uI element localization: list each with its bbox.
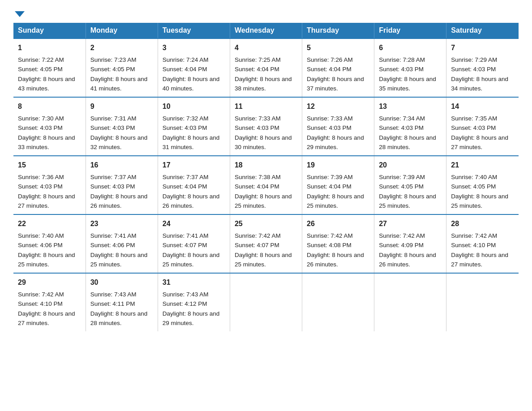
calendar-cell: 13 Sunrise: 7:34 AMSunset: 4:03 PMDaylig… <box>374 97 446 156</box>
day-number: 9 <box>90 101 153 112</box>
calendar-cell: 23 Sunrise: 7:41 AMSunset: 4:06 PMDaylig… <box>86 214 158 273</box>
day-info: Sunrise: 7:43 AMSunset: 4:11 PMDaylight:… <box>90 291 148 326</box>
day-info: Sunrise: 7:42 AMSunset: 4:09 PMDaylight:… <box>379 232 436 268</box>
calendar-week-row: 1 Sunrise: 7:22 AMSunset: 4:05 PMDayligh… <box>13 39 519 97</box>
day-info: Sunrise: 7:38 AMSunset: 4:04 PMDaylight:… <box>235 174 292 209</box>
calendar-week-row: 29 Sunrise: 7:42 AMSunset: 4:10 PMDaylig… <box>13 273 519 331</box>
day-info: Sunrise: 7:37 AMSunset: 4:03 PMDaylight:… <box>90 174 148 209</box>
day-info: Sunrise: 7:29 AMSunset: 4:03 PMDaylight:… <box>451 56 508 92</box>
day-info: Sunrise: 7:30 AMSunset: 4:03 PMDaylight:… <box>18 115 75 150</box>
day-number: 29 <box>18 277 81 288</box>
day-number: 19 <box>307 160 369 171</box>
calendar-cell: 29 Sunrise: 7:42 AMSunset: 4:10 PMDaylig… <box>13 273 86 331</box>
day-of-week-friday: Friday <box>374 23 446 39</box>
logo <box>13 9 25 14</box>
day-number: 20 <box>379 160 442 171</box>
calendar-cell: 24 Sunrise: 7:41 AMSunset: 4:07 PMDaylig… <box>158 214 230 273</box>
day-number: 22 <box>18 218 81 229</box>
day-of-week-saturday: Saturday <box>446 23 519 39</box>
calendar-cell <box>302 273 374 331</box>
day-number: 28 <box>451 218 514 229</box>
day-of-week-tuesday: Tuesday <box>158 23 230 39</box>
day-number: 26 <box>307 218 369 229</box>
day-info: Sunrise: 7:23 AMSunset: 4:05 PMDaylight:… <box>90 56 148 92</box>
calendar-cell: 14 Sunrise: 7:35 AMSunset: 4:03 PMDaylig… <box>446 97 519 156</box>
day-number: 3 <box>163 43 225 53</box>
calendar-cell: 15 Sunrise: 7:36 AMSunset: 4:03 PMDaylig… <box>13 156 86 214</box>
day-number: 18 <box>235 160 297 171</box>
calendar-body: 1 Sunrise: 7:22 AMSunset: 4:05 PMDayligh… <box>13 39 519 331</box>
day-number: 15 <box>18 160 81 171</box>
calendar-cell: 25 Sunrise: 7:42 AMSunset: 4:07 PMDaylig… <box>230 214 302 273</box>
day-info: Sunrise: 7:43 AMSunset: 4:12 PMDaylight:… <box>163 291 220 326</box>
day-info: Sunrise: 7:42 AMSunset: 4:08 PMDaylight:… <box>307 232 364 268</box>
day-number: 2 <box>90 43 153 53</box>
day-info: Sunrise: 7:33 AMSunset: 4:03 PMDaylight:… <box>307 115 364 150</box>
calendar-cell: 21 Sunrise: 7:40 AMSunset: 4:05 PMDaylig… <box>446 156 519 214</box>
day-of-week-sunday: Sunday <box>13 23 86 39</box>
day-info: Sunrise: 7:42 AMSunset: 4:07 PMDaylight:… <box>235 232 292 268</box>
calendar-cell: 28 Sunrise: 7:42 AMSunset: 4:10 PMDaylig… <box>446 214 519 273</box>
calendar-week-row: 15 Sunrise: 7:36 AMSunset: 4:03 PMDaylig… <box>13 156 519 214</box>
day-number: 17 <box>163 160 225 171</box>
day-info: Sunrise: 7:22 AMSunset: 4:05 PMDaylight:… <box>18 56 75 92</box>
day-number: 24 <box>163 218 225 229</box>
calendar-cell: 11 Sunrise: 7:33 AMSunset: 4:03 PMDaylig… <box>230 97 302 156</box>
calendar-cell: 31 Sunrise: 7:43 AMSunset: 4:12 PMDaylig… <box>158 273 230 331</box>
day-info: Sunrise: 7:26 AMSunset: 4:04 PMDaylight:… <box>307 56 364 92</box>
day-number: 4 <box>235 43 297 53</box>
calendar-cell: 26 Sunrise: 7:42 AMSunset: 4:08 PMDaylig… <box>302 214 374 273</box>
day-number: 27 <box>379 218 442 229</box>
day-number: 14 <box>451 101 514 112</box>
calendar-cell <box>446 273 519 331</box>
day-of-week-thursday: Thursday <box>302 23 374 39</box>
day-number: 16 <box>90 160 153 171</box>
calendar-cell: 27 Sunrise: 7:42 AMSunset: 4:09 PMDaylig… <box>374 214 446 273</box>
calendar-cell: 9 Sunrise: 7:31 AMSunset: 4:03 PMDayligh… <box>86 97 158 156</box>
calendar-cell: 20 Sunrise: 7:39 AMSunset: 4:05 PMDaylig… <box>374 156 446 214</box>
calendar-cell: 5 Sunrise: 7:26 AMSunset: 4:04 PMDayligh… <box>302 39 374 97</box>
day-info: Sunrise: 7:39 AMSunset: 4:05 PMDaylight:… <box>379 174 436 209</box>
logo-triangle-icon <box>15 11 25 17</box>
calendar-table: SundayMondayTuesdayWednesdayThursdayFrid… <box>13 23 519 331</box>
day-info: Sunrise: 7:24 AMSunset: 4:04 PMDaylight:… <box>163 56 220 92</box>
calendar-cell: 30 Sunrise: 7:43 AMSunset: 4:11 PMDaylig… <box>86 273 158 331</box>
calendar-cell: 2 Sunrise: 7:23 AMSunset: 4:05 PMDayligh… <box>86 39 158 97</box>
calendar-header: SundayMondayTuesdayWednesdayThursdayFrid… <box>13 23 519 39</box>
day-info: Sunrise: 7:34 AMSunset: 4:03 PMDaylight:… <box>379 115 436 150</box>
day-info: Sunrise: 7:33 AMSunset: 4:03 PMDaylight:… <box>235 115 292 150</box>
day-info: Sunrise: 7:28 AMSunset: 4:03 PMDaylight:… <box>379 56 436 92</box>
day-number: 11 <box>235 101 297 112</box>
day-info: Sunrise: 7:36 AMSunset: 4:03 PMDaylight:… <box>18 174 75 209</box>
day-number: 8 <box>18 101 81 112</box>
day-number: 31 <box>163 277 225 288</box>
calendar-cell: 3 Sunrise: 7:24 AMSunset: 4:04 PMDayligh… <box>158 39 230 97</box>
calendar-cell <box>374 273 446 331</box>
day-info: Sunrise: 7:40 AMSunset: 4:06 PMDaylight:… <box>18 232 75 268</box>
day-number: 23 <box>90 218 153 229</box>
day-info: Sunrise: 7:41 AMSunset: 4:06 PMDaylight:… <box>90 232 148 268</box>
day-info: Sunrise: 7:42 AMSunset: 4:10 PMDaylight:… <box>451 232 508 268</box>
day-number: 25 <box>235 218 297 229</box>
day-info: Sunrise: 7:40 AMSunset: 4:05 PMDaylight:… <box>451 174 508 209</box>
calendar-cell: 22 Sunrise: 7:40 AMSunset: 4:06 PMDaylig… <box>13 214 86 273</box>
calendar-cell: 19 Sunrise: 7:39 AMSunset: 4:04 PMDaylig… <box>302 156 374 214</box>
calendar-cell: 16 Sunrise: 7:37 AMSunset: 4:03 PMDaylig… <box>86 156 158 214</box>
days-of-week-row: SundayMondayTuesdayWednesdayThursdayFrid… <box>13 23 519 39</box>
day-number: 13 <box>379 101 442 112</box>
calendar-cell: 4 Sunrise: 7:25 AMSunset: 4:04 PMDayligh… <box>230 39 302 97</box>
day-number: 1 <box>18 43 81 53</box>
day-info: Sunrise: 7:37 AMSunset: 4:04 PMDaylight:… <box>163 174 220 209</box>
calendar-week-row: 8 Sunrise: 7:30 AMSunset: 4:03 PMDayligh… <box>13 97 519 156</box>
day-number: 21 <box>451 160 514 171</box>
day-info: Sunrise: 7:42 AMSunset: 4:10 PMDaylight:… <box>18 291 75 326</box>
calendar-cell: 17 Sunrise: 7:37 AMSunset: 4:04 PMDaylig… <box>158 156 230 214</box>
day-number: 12 <box>307 101 369 112</box>
calendar-cell: 6 Sunrise: 7:28 AMSunset: 4:03 PMDayligh… <box>374 39 446 97</box>
calendar-cell <box>230 273 302 331</box>
calendar-cell: 18 Sunrise: 7:38 AMSunset: 4:04 PMDaylig… <box>230 156 302 214</box>
day-info: Sunrise: 7:41 AMSunset: 4:07 PMDaylight:… <box>163 232 220 268</box>
calendar-cell: 10 Sunrise: 7:32 AMSunset: 4:03 PMDaylig… <box>158 97 230 156</box>
day-of-week-wednesday: Wednesday <box>230 23 302 39</box>
page-header <box>13 9 519 14</box>
